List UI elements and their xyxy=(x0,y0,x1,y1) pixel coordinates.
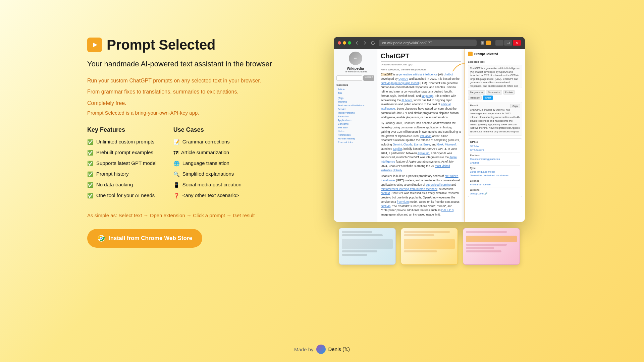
selected-text-label: Selected text xyxy=(468,60,522,63)
browser-toolbar: en.wikipedia.org/wiki/ChatGPT xyxy=(334,37,525,49)
toc-item: (Top) xyxy=(336,97,374,100)
list-item: 🗺 Article summarization xyxy=(173,149,241,156)
made-by-text: Made by xyxy=(294,347,314,352)
back-icon xyxy=(355,41,359,45)
minimize-dot xyxy=(343,41,346,45)
logo-title: Prompt Selected xyxy=(87,37,288,53)
tagline-line1: Run your custom ChatGPT prompts on any s… xyxy=(87,76,288,85)
api-note: Prompt Selected is a bring-your-own-API-… xyxy=(87,110,288,116)
browser-mockup: en.wikipedia.org/wiki/ChatGPT xyxy=(334,37,525,222)
wiki-body-text-2: By January 2023, ChatGPT had become what… xyxy=(381,121,461,172)
summarize-button[interactable]: Summarize xyxy=(486,90,502,95)
toc-item: Notes xyxy=(336,130,374,133)
feature-label: One tool for your AI needs xyxy=(96,192,155,199)
toc-item: Service xyxy=(336,108,374,111)
key-features-title: Key Features xyxy=(87,126,157,133)
checkmark-icon: ✅ xyxy=(87,181,94,188)
key-features-col: Key Features ✅ Unlimited custom prompts … xyxy=(87,126,157,202)
wiki-toc-title: Contents xyxy=(336,83,374,86)
min-button xyxy=(495,40,503,46)
globe-icon: 🌐 xyxy=(173,160,180,167)
fix-grammar-button[interactable]: Fix grammar xyxy=(468,90,485,95)
ps-panel-header: Prompt Selected xyxy=(468,52,522,58)
right-panel: en.wikipedia.org/wiki/ChatGPT xyxy=(302,37,557,265)
wiki-search-input[interactable] xyxy=(336,75,362,81)
list-item: ❓ <any other text scenario> xyxy=(173,192,241,199)
question-icon: ❓ xyxy=(173,192,180,199)
use-case-label: <any other text scenario> xyxy=(182,192,239,199)
app-title: Prompt Selected xyxy=(107,37,215,53)
result-text: ChatGPT, a chatbot by OpenAI, has been a… xyxy=(470,108,520,134)
wiki-tagline: The Free Encyclopedia xyxy=(336,70,374,73)
list-item: ✅ Unlimited custom prompts xyxy=(87,138,157,145)
wiki-page-subtitle: (Redirected from Chat gpt) xyxy=(381,63,461,66)
refresh-icon xyxy=(371,41,375,45)
close-dot xyxy=(338,41,341,45)
browser-url-bar: en.wikipedia.org/wiki/ChatGPT xyxy=(379,40,477,46)
list-item: 📝 Grammar corrections xyxy=(173,138,241,145)
ps-result-section: Copy Result ChatGPT, a chatbot by OpenAI… xyxy=(468,102,522,136)
feature-label: Prompt history xyxy=(96,170,129,177)
checkmark-icon: ✅ xyxy=(87,171,94,178)
browser-body: W Wikipedia The Free Encyclopedia Search… xyxy=(334,49,525,222)
prompt-selected-panel: Prompt Selected Selected text ChatGPT is… xyxy=(465,49,525,222)
checkmark-icon: ✅ xyxy=(87,149,94,156)
left-panel: Prompt Selected Your handmade AI-powered… xyxy=(87,37,288,248)
footer: Made by Denis (𝕏) xyxy=(294,345,350,354)
svg-point-4 xyxy=(101,238,102,239)
author-avatar xyxy=(316,345,326,354)
wiki-infobox: GPT-4 GPT-4o GPT-4o mini Platform Cloud … xyxy=(468,138,522,197)
forward-icon xyxy=(363,41,367,45)
feature-label: Supports latest GPT model xyxy=(96,160,157,167)
wiki-page-title: ChatGPT xyxy=(381,52,461,62)
feature-label: Unlimited custom prompts xyxy=(96,138,154,145)
wiki-body-text-3: ChatGPT is built on OpenAI's proprietary… xyxy=(381,174,461,217)
close-button: ✕ xyxy=(513,40,521,46)
browser-extensions xyxy=(480,41,491,45)
toc-item: Further reading xyxy=(336,137,374,140)
toc-item: Concerns xyxy=(336,122,374,125)
translate-button[interactable]: Translate xyxy=(468,96,482,100)
tweet-button[interactable]: Tweet xyxy=(483,96,493,100)
workflow-text: As simple as: Select text → Open extensi… xyxy=(87,213,288,218)
svg-marker-5 xyxy=(373,41,374,42)
wiki-search-bar: Search xyxy=(336,75,374,81)
wiki-search-button[interactable]: Search xyxy=(363,75,374,81)
tagline-line3: Completely free. xyxy=(87,99,288,108)
app-subtitle: Your handmade AI-powered text assistant … xyxy=(87,59,288,69)
pencil-icon: 📝 xyxy=(173,138,180,145)
list-item: 🔍 Simplified explanations xyxy=(173,170,241,178)
list-item: 📱 Social media post creation xyxy=(173,181,241,188)
ps-action-buttons: Fix grammar Summarize Explain Translate … xyxy=(468,90,522,100)
window-controls-right: ✕ xyxy=(495,40,521,46)
feature-label: Prebuilt prompt examples xyxy=(96,149,153,156)
use-case-label: Grammar corrections xyxy=(182,138,230,145)
list-item: ✅ Prompt history xyxy=(87,170,157,178)
wiki-logo-circle: W xyxy=(349,52,362,65)
features-row: Key Features ✅ Unlimited custom prompts … xyxy=(87,126,288,202)
wiki-body-text-1: ChatGPT is a generative artificial intel… xyxy=(381,72,461,119)
use-case-label: Social media post creation xyxy=(182,181,241,188)
wiki-left-sidebar: W Wikipedia The Free Encyclopedia Search… xyxy=(334,49,377,222)
thumbnail-3 xyxy=(463,228,520,265)
author-link[interactable]: Denis (𝕏) xyxy=(328,346,350,352)
copy-button[interactable]: Copy xyxy=(510,104,520,108)
toc-item: Talk xyxy=(336,92,374,95)
tagline-line2: From grammar fixes to translations, summ… xyxy=(87,87,288,96)
wiki-name: Wikipedia xyxy=(336,66,374,70)
restore-button xyxy=(504,40,512,46)
thumbnails-row xyxy=(339,228,520,265)
map-icon: 🗺 xyxy=(173,149,178,156)
ps-panel-title: Prompt Selected xyxy=(474,52,498,56)
chrome-icon xyxy=(97,234,105,242)
prompt-selected-ext-icon xyxy=(486,41,491,45)
list-item: ✅ No data tracking xyxy=(87,181,157,188)
explain-button[interactable]: Explain xyxy=(503,90,515,95)
toc-item: References xyxy=(336,133,374,136)
ps-selected-text: ChatGPT is a generative artificial intel… xyxy=(468,65,522,88)
toc-item: Features and limitations xyxy=(336,104,374,107)
use-cases-title: Use Cases xyxy=(173,126,241,133)
phone-icon: 📱 xyxy=(173,181,180,188)
ps-header-icon xyxy=(468,52,473,56)
install-button[interactable]: Install from Chrome Web Store xyxy=(87,229,202,248)
